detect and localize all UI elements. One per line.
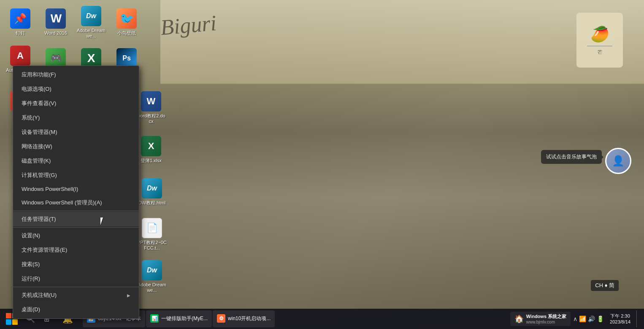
word-doc-label: word教程2.docx (136, 113, 166, 124)
menu-powershell[interactable]: Windows PowerShell(I) (13, 182, 139, 196)
xiaoniao-icon-img: 🐦 (116, 8, 137, 29)
myexplorer-label: 一键排版助手(MyE... (161, 315, 208, 322)
icon-dw3[interactable]: Dw Adobe Dreamwe... (135, 258, 169, 296)
menu-event[interactable]: 事件查看器(V) (13, 96, 139, 111)
icon-word-doc[interactable]: W word教程2.docx (134, 89, 168, 127)
sys-home-label: Windows 系统之家 (526, 313, 566, 320)
dw3-label: Adobe Dreamwe... (137, 282, 167, 293)
menu-system[interactable]: 系统(Y) (13, 111, 139, 125)
menu-divider-2 (13, 227, 139, 228)
excel-doc-icon: X (141, 136, 161, 156)
taskbar-app-startup[interactable]: ⚙ win10开机启动项... (213, 310, 275, 327)
house-icon: 🏠 (514, 314, 524, 324)
show-desktop-button[interactable] (636, 310, 639, 327)
shutdown-arrow: ▶ (127, 293, 130, 298)
menu-settings[interactable]: 设置(N) (13, 228, 139, 243)
ppt2-icon: 📄 (142, 218, 162, 238)
menu-shutdown[interactable]: 关机或注销(U) ▶ (13, 288, 139, 302)
xiaoniao-label: 小鸟壁纸 (117, 30, 136, 36)
dingding-label: 钉钉 (16, 30, 25, 36)
icon-dw[interactable]: Dw Adobe Dreamwe... (74, 3, 108, 41)
icon-dw-doc[interactable]: Dw DW教程.html (135, 173, 169, 211)
autocad-icon-img: A (10, 46, 30, 66)
music-avatar-icon: 👤 (612, 155, 625, 167)
music-speech-bubble[interactable]: 试试点击音乐故事气泡 (541, 150, 602, 164)
desktop: Biguri 📌 钉钉 W Word 2016 Dw Adobe Dreamwe… (0, 0, 644, 329)
word-icon-img: W (46, 8, 66, 29)
tray-up-arrow[interactable]: ∧ (573, 315, 577, 322)
ppt2-label: PPT教程2~0CFCC.t... (137, 240, 167, 251)
word-doc-icon: W (141, 91, 161, 111)
menu-disk[interactable]: 磁盘管理(K) (13, 154, 139, 168)
myexplorer-icon: 📊 (150, 314, 159, 323)
taskbar-app-myexplorer[interactable]: 📊 一键排版助手(MyE... (146, 310, 212, 327)
news-widget[interactable]: 🏠 Windows 系统之家 www.bjmlv.com (510, 312, 571, 326)
clock-time: 下午 2:30 (610, 313, 630, 319)
menu-task-manager[interactable]: 任务管理器(T) (13, 212, 139, 226)
icon-dingding[interactable]: 📌 钉钉 (3, 3, 37, 41)
icon-xiaoniao[interactable]: 🐦 小鸟壁纸 (110, 3, 143, 41)
startup-label: win10开机启动项... (228, 315, 271, 322)
menu-apps[interactable]: 应用和功能(F) (13, 68, 139, 82)
dw3-icon: Dw (142, 260, 162, 280)
tray-network-icon[interactable]: 📶 (579, 315, 586, 322)
dw-icon-img: Dw (81, 6, 101, 26)
menu-computer[interactable]: 计算机管理(G) (13, 168, 139, 182)
word-label: Word 2016 (44, 30, 67, 36)
menu-divider-3 (13, 287, 139, 287)
dingding-icon-img: 📌 (10, 8, 30, 29)
clock-date: 2023/8/14 (610, 319, 630, 325)
dw-doc-label: DW教程.html (138, 200, 165, 206)
icon-excel-doc[interactable]: X 登簿1.xlsx (134, 131, 168, 169)
tray-icons: ∧ 📶 🔊 🔋 (573, 315, 604, 322)
icon-ppt2[interactable]: 📄 PPT教程2~0CFCC.t... (135, 215, 169, 253)
taskbar-open-apps: 📝 day214.txt - 记事本 📊 一键排版助手(MyE... ⚙ win… (81, 310, 506, 327)
icon-word2016[interactable]: W Word 2016 (39, 3, 73, 41)
lang-indicator[interactable]: CH ♦ 简 (591, 280, 619, 291)
fruit-widget: 🥭 芒 (576, 13, 623, 68)
menu-network[interactable]: 网络连接(W) (13, 139, 139, 154)
tray-volume-icon[interactable]: 🔊 (588, 315, 595, 322)
fruit-icon: 🥭 (590, 25, 609, 43)
menu-run[interactable]: 运行(R) (13, 272, 139, 286)
excel-doc-label: 登簿1.xlsx (141, 158, 162, 163)
taskbar-clock[interactable]: 下午 2:30 2023/8/14 (606, 313, 634, 325)
sys-home-url: www.bjmlv.com (526, 320, 566, 324)
tray-battery-icon[interactable]: 🔋 (597, 315, 604, 322)
menu-divider-1 (13, 211, 139, 211)
taskbar-tray: 🏠 Windows 系统之家 www.bjmlv.com ∧ 📶 🔊 🔋 下午 … (507, 310, 642, 327)
menu-device[interactable]: 设备管理器(M) (13, 125, 139, 139)
dw-doc-icon: Dw (142, 178, 162, 198)
menu-powershell-admin[interactable]: Windows PowerShell (管理员)(A) (13, 196, 139, 210)
news-text: Windows 系统之家 www.bjmlv.com (526, 313, 566, 324)
dw-label: Adobe Dreamwe... (76, 28, 106, 39)
menu-search[interactable]: 搜索(S) (13, 257, 139, 272)
music-avatar[interactable]: 👤 (605, 148, 631, 174)
music-bubble-container[interactable]: 试试点击音乐故事气泡 👤 (605, 148, 631, 174)
context-menu: 应用和功能(F) 电源选项(O) 事件查看器(V) 系统(Y) 设备管理器(M)… (13, 65, 139, 319)
menu-power[interactable]: 电源选项(O) (13, 82, 139, 96)
menu-desktop[interactable]: 桌面(D) (13, 302, 139, 317)
fruit-subtitle: 芒 (598, 49, 602, 55)
startup-icon: ⚙ (217, 314, 225, 323)
menu-file-explorer[interactable]: 文件资源管理器(E) (13, 243, 139, 257)
